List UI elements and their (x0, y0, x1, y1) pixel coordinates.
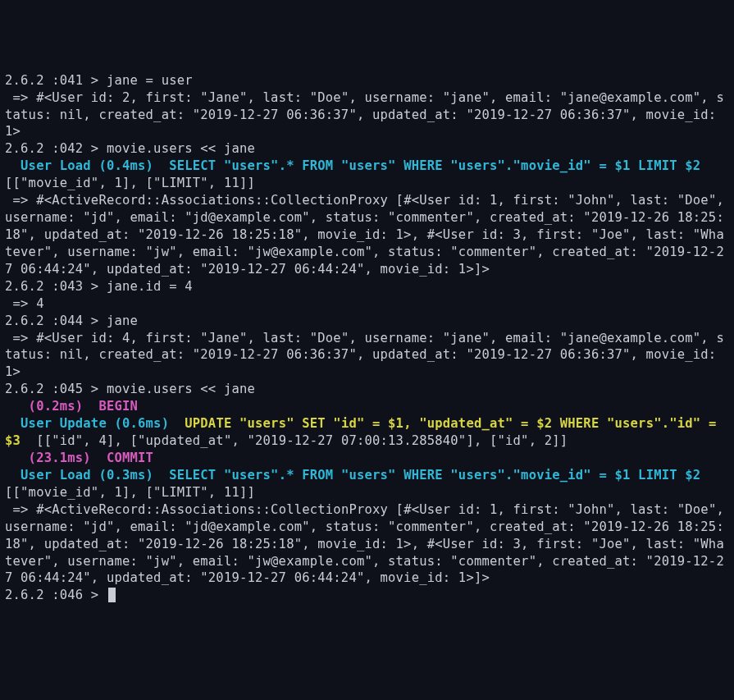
sql-query: SELECT "users".* FROM "users" WHERE "use… (169, 158, 700, 173)
cursor-icon (108, 588, 116, 602)
prompt-line: 2.6.2 :045 > movie.users << jane (5, 382, 255, 396)
sql-update-label: User Update (0.6ms) (5, 416, 185, 431)
tx-time: (23.1ms) (5, 451, 107, 465)
prompt-line: 2.6.2 :043 > jane.id = 4 (5, 279, 193, 294)
prompt-line: 2.6.2 :042 > movie.users << jane (5, 141, 255, 156)
sql-binds: [["id", 4], ["updated_at", "2019-12-27 0… (21, 433, 568, 448)
sql-query: SELECT "users".* FROM "users" WHERE "use… (169, 468, 700, 483)
output-line: => 4 (5, 296, 44, 311)
output-line: => #<ActiveRecord::Associations::Collect… (5, 193, 732, 277)
tx-time: (0.2ms) (5, 399, 98, 414)
prompt-line: 2.6.2 :041 > jane = user (5, 73, 193, 88)
prompt-line: 2.6.2 :044 > jane (5, 313, 138, 328)
output-line: => #<User id: 4, first: "Jane", last: "D… (5, 331, 724, 380)
tx-commit: COMMIT (107, 451, 153, 465)
sql-load-label: User Load (0.3ms) (5, 468, 169, 483)
terminal-output[interactable]: 2.6.2 :041 > jane = user => #<User id: 2… (5, 72, 729, 605)
output-line: => #<ActiveRecord::Associations::Collect… (5, 502, 732, 586)
prompt-line: 2.6.2 :046 > (5, 588, 107, 602)
output-line: => #<User id: 2, first: "Jane", last: "D… (5, 90, 724, 140)
sql-load-label: User Load (0.4ms) (5, 158, 169, 173)
tx-begin: BEGIN (98, 399, 138, 414)
